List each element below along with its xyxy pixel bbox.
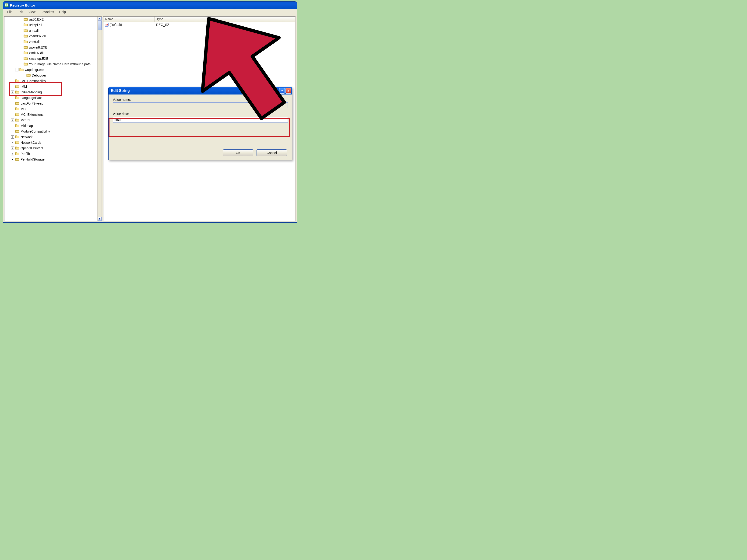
svg-rect-3	[5, 5, 6, 6]
tree-item[interactable]: vbe6.dll	[4, 39, 102, 45]
expand-icon[interactable]: +	[11, 146, 14, 150]
row-name: (Default)	[109, 23, 122, 27]
tree-item[interactable]: udtapi.dll	[4, 22, 102, 28]
tree-item[interactable]: MCI	[4, 106, 102, 112]
row-type: REG_SZ	[155, 23, 208, 27]
tree-item[interactable]: +Perflib	[4, 151, 102, 157]
dialog-title: Edit String	[111, 89, 130, 93]
tree-item[interactable]: xlmlEN.dll	[4, 50, 102, 56]
menubar: File Edit View Favorites Help	[3, 9, 297, 15]
tree-item[interactable]: +MCI32	[4, 117, 102, 123]
menu-view[interactable]: View	[26, 9, 38, 15]
folder-icon	[15, 140, 21, 145]
col-type[interactable]: Type	[155, 17, 208, 22]
svg-rect-12	[24, 52, 28, 54]
tree-item[interactable]: IME Compatibility	[4, 78, 102, 84]
tree-item-label: wupdmgr.exe	[25, 68, 44, 72]
folder-icon	[24, 51, 29, 55]
tree-pane: ua80.EXEudtapi.dllums.dllvb40032.dllvbe6…	[4, 16, 102, 221]
tree-item-label: LastFontSweep	[21, 102, 43, 105]
folder-icon	[15, 152, 21, 156]
svg-rect-21	[16, 108, 19, 110]
tree-item[interactable]: +IniFileMapping	[4, 89, 102, 95]
svg-rect-13	[24, 58, 28, 60]
tree-item-label: vbe6.dll	[29, 40, 40, 44]
svg-rect-6	[24, 19, 28, 21]
tree-item[interactable]: LanguagePack	[4, 95, 102, 101]
folder-icon	[24, 40, 29, 44]
expand-icon[interactable]: +	[11, 135, 14, 139]
folder-icon	[15, 84, 21, 89]
tree-scrollbar[interactable]: ▲ ▼	[97, 17, 102, 221]
expand-icon[interactable]: +	[11, 141, 14, 144]
tree-item-label: Perflib	[21, 152, 30, 156]
svg-rect-20	[16, 103, 19, 105]
scroll-up-button[interactable]: ▲	[98, 17, 102, 21]
folder-icon	[15, 157, 21, 161]
collapse-icon[interactable]: −	[15, 68, 19, 72]
dialog-close-button[interactable]: X	[285, 88, 291, 94]
tree-item[interactable]: ums.dll	[4, 28, 102, 33]
tree-item-label: IniFileMapping	[21, 90, 42, 94]
tree-item[interactable]: +PerHwIdStorage	[4, 157, 102, 162]
col-name[interactable]: Name	[103, 17, 155, 22]
folder-icon	[24, 62, 29, 66]
tree-item[interactable]: +NetworkCards	[4, 140, 102, 145]
scroll-down-button[interactable]: ▼	[98, 217, 102, 221]
svg-rect-24	[16, 125, 19, 127]
expand-icon[interactable]: +	[11, 158, 14, 161]
tree-item[interactable]: +OpenGLDrivers	[4, 145, 102, 151]
folder-icon	[15, 135, 21, 139]
tree-item-label: wpwin8.EXE	[29, 46, 47, 49]
tree-item-label: NetworkCards	[21, 141, 41, 144]
tree-item[interactable]: −wupdmgr.exe	[4, 67, 102, 73]
col-data[interactable]: Data	[208, 17, 295, 22]
menu-edit[interactable]: Edit	[16, 9, 26, 15]
tree-item[interactable]: MCI Extensions	[4, 112, 102, 117]
dialog-titlebar: Edit String ? X	[108, 87, 292, 95]
folder-icon	[24, 28, 29, 33]
tree-item[interactable]: ua80.EXE	[4, 17, 102, 22]
tree-item[interactable]: wpwin8.EXE	[4, 45, 102, 50]
tree-item[interactable]: +Network	[4, 134, 102, 140]
folder-icon	[15, 124, 21, 128]
value-name-input[interactable]	[113, 102, 288, 108]
scroll-track[interactable]	[98, 21, 102, 217]
tree-item[interactable]: ModuleCompatibility	[4, 129, 102, 134]
value-data-input[interactable]	[113, 117, 288, 123]
menu-favorites[interactable]: Favorites	[38, 9, 56, 15]
tree-item-label: Midimap	[21, 124, 33, 128]
tree-item-label: Network	[21, 135, 32, 139]
list-row[interactable]: ab (Default) REG_SZ (value not set)	[103, 22, 295, 27]
expand-icon[interactable]: +	[11, 90, 14, 94]
folder-icon	[15, 101, 21, 105]
tree-item-label: MCI	[21, 107, 27, 111]
tree-item-label: LanguagePack	[21, 96, 42, 100]
scroll-thumb[interactable]	[98, 21, 102, 30]
menu-file[interactable]: File	[5, 9, 15, 15]
tree-item-label: udtapi.dll	[29, 23, 42, 27]
tree-item[interactable]: vb40032.dll	[4, 33, 102, 39]
tree-item[interactable]: Midimap	[4, 123, 102, 129]
menu-help[interactable]: Help	[57, 9, 68, 15]
tree-item[interactable]: Your Image File Name Here without a path	[4, 61, 102, 67]
tree-item[interactable]: Debugger	[4, 73, 102, 78]
tree-item[interactable]: LastFontSweep	[4, 101, 102, 106]
value-data-label: Value data:	[113, 112, 288, 116]
expand-icon[interactable]: +	[11, 152, 14, 155]
tree-item-label: OpenGLDrivers	[21, 146, 43, 150]
folder-icon	[15, 112, 21, 117]
tree-item-label: IMM	[21, 85, 27, 88]
ok-button[interactable]: OK	[223, 149, 253, 156]
cancel-button[interactable]: Cancel	[257, 149, 287, 156]
tree-item-label: Your Image File Name Here without a path	[29, 62, 91, 66]
expand-icon[interactable]: +	[11, 118, 14, 122]
folder-icon	[15, 96, 21, 100]
tree-item[interactable]: IMM	[4, 84, 102, 89]
svg-rect-25	[16, 131, 19, 133]
folder-icon	[19, 68, 25, 72]
folder-icon	[15, 129, 21, 133]
svg-rect-10	[24, 41, 28, 43]
dialog-help-button[interactable]: ?	[279, 88, 285, 94]
tree-item[interactable]: xwsetup.EXE	[4, 56, 102, 61]
